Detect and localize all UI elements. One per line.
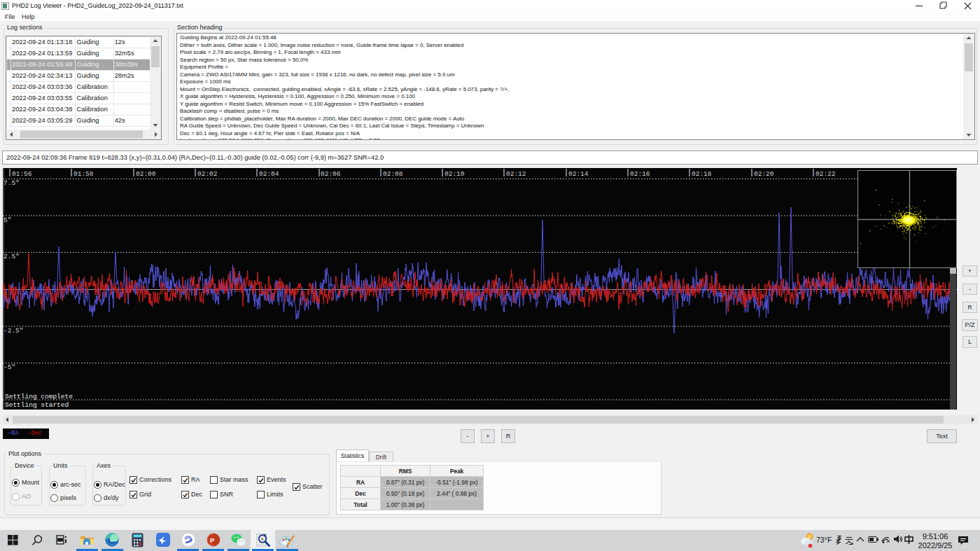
svg-text:5": 5" [4, 216, 11, 224]
svg-text:02:20: 02:20 [754, 170, 774, 178]
svg-text:02:10: 02:10 [444, 170, 465, 178]
svg-text:02:08: 02:08 [383, 170, 403, 178]
svg-text:01:56: 01:56 [12, 170, 32, 178]
svg-text:02:14: 02:14 [568, 170, 589, 178]
svg-text:02:00: 02:00 [136, 170, 156, 178]
svg-text:Settling complete: Settling complete [5, 393, 73, 400]
svg-text:02:12: 02:12 [506, 170, 526, 178]
svg-text:02:04: 02:04 [259, 170, 279, 178]
svg-text:7.5": 7.5" [4, 179, 20, 187]
svg-text:2.5": 2.5" [4, 253, 20, 260]
svg-text:02:16: 02:16 [630, 170, 650, 178]
svg-text:01:58: 01:58 [74, 170, 94, 178]
svg-text:-5": -5" [4, 363, 15, 371]
svg-text:02:22: 02:22 [816, 170, 836, 178]
svg-text:-2.5": -2.5" [4, 327, 24, 335]
svg-text:02:06: 02:06 [321, 170, 341, 178]
svg-text:P: P [210, 536, 215, 544]
svg-text:Settling started: Settling started [5, 401, 69, 409]
svg-text:02:02: 02:02 [197, 170, 218, 178]
svg-text:02:18: 02:18 [692, 170, 712, 178]
